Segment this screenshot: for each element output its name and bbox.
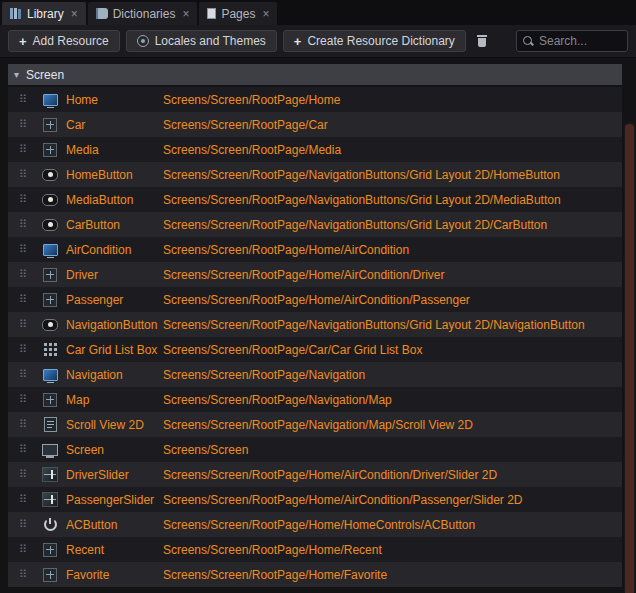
table-row[interactable]: ⠿ Map Screens/Screen/RootPage/Navigation… <box>8 387 622 412</box>
drag-handle-icon[interactable]: ⠿ <box>8 494 38 505</box>
close-icon[interactable]: × <box>262 7 269 21</box>
resource-path: Screens/Screen/RootPage/Car <box>163 118 622 132</box>
table-row[interactable]: ⠿ Driver Screens/Screen/RootPage/Home/Ai… <box>8 262 622 287</box>
table-row[interactable]: ⠿ Screen Screens/Screen <box>8 437 622 462</box>
screen-icon <box>42 442 58 458</box>
pages-icon <box>207 8 216 19</box>
resource-name: Favorite <box>62 568 163 582</box>
resource-name: Screen <box>62 443 163 457</box>
tab-label: Library <box>27 7 64 21</box>
resource-name: AirCondition <box>62 243 163 257</box>
resource-path: Screens/Screen/RootPage/Home/AirConditio… <box>163 468 622 482</box>
plus-icon: + <box>294 35 302 48</box>
table-row[interactable]: ⠿ AirCondition Screens/Screen/RootPage/H… <box>8 237 622 262</box>
drag-handle-icon[interactable]: ⠿ <box>8 444 38 455</box>
table-row[interactable]: ⠿ PassengerSlider Screens/Screen/RootPag… <box>8 487 622 512</box>
resource-path: Screens/Screen/RootPage/Home/AirConditio… <box>163 243 622 257</box>
plus-icon: + <box>19 35 27 48</box>
drag-handle-icon[interactable]: ⠿ <box>8 219 38 230</box>
locales-icon <box>137 35 149 47</box>
resource-name: Recent <box>62 543 163 557</box>
table-row[interactable]: ⠿ CarButton Screens/Screen/RootPage/Navi… <box>8 212 622 237</box>
drag-handle-icon[interactable]: ⠿ <box>8 119 38 130</box>
drag-handle-icon[interactable]: ⠿ <box>8 144 38 155</box>
node2d-icon <box>42 392 58 408</box>
table-row[interactable]: ⠿ NavigationButton Screens/Screen/RootPa… <box>8 312 622 337</box>
power-icon <box>42 517 58 533</box>
table-row[interactable]: ⠿ Navigation Screens/Screen/RootPage/Nav… <box>8 362 622 387</box>
vertical-scrollbar[interactable] <box>624 122 635 592</box>
resource-list: ⠿ Home Screens/Screen/RootPage/Home ⠿ Ca… <box>8 87 622 587</box>
search-input[interactable] <box>539 34 621 48</box>
add-resource-button[interactable]: + Add Resource <box>8 30 120 52</box>
table-row[interactable]: ⠿ HomeButton Screens/Screen/RootPage/Nav… <box>8 162 622 187</box>
node2d-icon <box>42 117 58 133</box>
resource-name: HomeButton <box>62 168 163 182</box>
tab-library[interactable]: Library × <box>2 2 86 25</box>
search-box[interactable] <box>516 30 628 52</box>
table-row[interactable]: ⠿ Media Screens/Screen/RootPage/Media <box>8 137 622 162</box>
table-row[interactable]: ⠿ Car Grid List Box Screens/Screen/RootP… <box>8 337 622 362</box>
resource-path: Screens/Screen/RootPage/Navigation/Map/S… <box>163 418 622 432</box>
resource-path: Screens/Screen/RootPage/Home <box>163 93 622 107</box>
drag-handle-icon[interactable]: ⠿ <box>8 469 38 480</box>
resource-name: Scroll View 2D <box>62 418 163 432</box>
resource-path: Screens/Screen/RootPage/NavigationButton… <box>163 318 622 332</box>
drag-handle-icon[interactable]: ⠿ <box>8 319 38 330</box>
resource-path: Screens/Screen/RootPage/Home/AirConditio… <box>163 293 622 307</box>
drag-handle-icon[interactable]: ⠿ <box>8 169 38 180</box>
slider-icon <box>42 492 58 508</box>
resource-path: Screens/Screen <box>163 443 622 457</box>
create-dictionary-label: Create Resource Dictionary <box>307 34 454 48</box>
table-row[interactable]: ⠿ DriverSlider Screens/Screen/RootPage/H… <box>8 462 622 487</box>
table-row[interactable]: ⠿ Favorite Screens/Screen/RootPage/Home/… <box>8 562 622 587</box>
drag-handle-icon[interactable]: ⠿ <box>8 394 38 405</box>
table-row[interactable]: ⠿ Car Screens/Screen/RootPage/Car <box>8 112 622 137</box>
node2d-icon <box>42 267 58 283</box>
resource-path: Screens/Screen/RootPage/Home/AirConditio… <box>163 493 622 507</box>
create-resource-dictionary-button[interactable]: + Create Resource Dictionary <box>283 30 466 52</box>
toolbar: + Add Resource Locales and Themes + Crea… <box>0 25 636 58</box>
tab-dictionaries[interactable]: Dictionaries × <box>88 2 198 25</box>
drag-handle-icon[interactable]: ⠿ <box>8 94 38 105</box>
resource-path: Screens/Screen/RootPage/NavigationButton… <box>163 193 622 207</box>
table-row[interactable]: ⠿ Home Screens/Screen/RootPage/Home <box>8 87 622 112</box>
table-row[interactable]: ⠿ ACButton Screens/Screen/RootPage/Home/… <box>8 512 622 537</box>
close-icon[interactable]: × <box>71 7 78 21</box>
drag-handle-icon[interactable]: ⠿ <box>8 194 38 205</box>
resource-path: Screens/Screen/RootPage/Media <box>163 143 622 157</box>
table-row[interactable]: ⠿ MediaButton Screens/Screen/RootPage/Na… <box>8 187 622 212</box>
add-resource-label: Add Resource <box>33 34 109 48</box>
table-row[interactable]: ⠿ Passenger Screens/Screen/RootPage/Home… <box>8 287 622 312</box>
tab-pages[interactable]: Pages × <box>199 2 277 25</box>
resource-path: Screens/Screen/RootPage/NavigationButton… <box>163 168 622 182</box>
drag-handle-icon[interactable]: ⠿ <box>8 294 38 305</box>
drag-handle-icon[interactable]: ⠿ <box>8 269 38 280</box>
table-row[interactable]: ⠿ Scroll View 2D Screens/Screen/RootPage… <box>8 412 622 437</box>
grid-icon <box>42 342 58 358</box>
drag-handle-icon[interactable]: ⠿ <box>8 419 38 430</box>
section-header-screen[interactable]: ▾ Screen <box>8 64 622 85</box>
library-panel: Library × Dictionaries × Pages × + Add R… <box>0 0 636 593</box>
drag-handle-icon[interactable]: ⠿ <box>8 369 38 380</box>
drag-handle-icon[interactable]: ⠿ <box>8 569 38 580</box>
drag-handle-icon[interactable]: ⠿ <box>8 519 38 530</box>
resource-name: MediaButton <box>62 193 163 207</box>
drag-handle-icon[interactable]: ⠿ <box>8 244 38 255</box>
node2d-icon <box>42 567 58 583</box>
drag-handle-icon[interactable]: ⠿ <box>8 544 38 555</box>
resource-path: Screens/Screen/RootPage/Home/Recent <box>163 543 622 557</box>
resource-name: CarButton <box>62 218 163 232</box>
resource-name: Passenger <box>62 293 163 307</box>
tab-bar: Library × Dictionaries × Pages × <box>0 0 636 25</box>
locales-and-themes-button[interactable]: Locales and Themes <box>126 30 277 52</box>
tab-label: Dictionaries <box>113 7 176 21</box>
scrollbar-thumb[interactable] <box>625 124 634 593</box>
close-icon[interactable]: × <box>182 7 189 21</box>
resource-name: Media <box>62 143 163 157</box>
table-row[interactable]: ⠿ Recent Screens/Screen/RootPage/Home/Re… <box>8 537 622 562</box>
node2d-icon <box>42 542 58 558</box>
delete-button[interactable] <box>472 30 492 52</box>
drag-handle-icon[interactable]: ⠿ <box>8 344 38 355</box>
resource-path: Screens/Screen/RootPage/Home/AirConditio… <box>163 268 622 282</box>
